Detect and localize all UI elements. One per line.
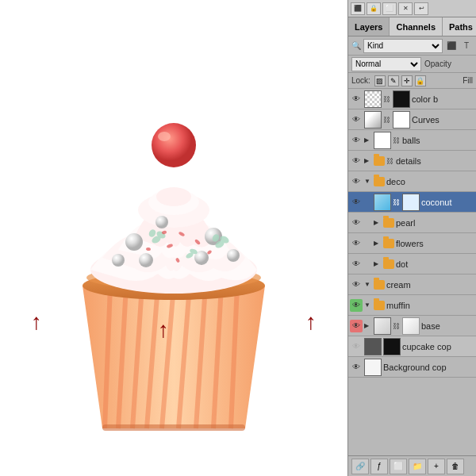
search-icon: 🔍	[351, 41, 361, 50]
svg-point-23	[112, 254, 125, 267]
layer-thumb	[383, 338, 401, 355]
link-layers-button[interactable]: 🔗	[351, 459, 369, 474]
layer-thumb	[374, 132, 391, 149]
toolbar-icon-5[interactable]: ↩	[414, 2, 428, 15]
eye-icon[interactable]: 👁	[350, 196, 363, 209]
svg-point-16	[158, 132, 171, 141]
fill-label: Fill	[463, 76, 473, 85]
layer-coconut[interactable]: 👁 ⛓ coconut	[348, 192, 476, 213]
layer-name: pearl	[396, 218, 474, 228]
eye-icon[interactable]: 👁	[350, 320, 363, 332]
expand-arrow: ▶	[374, 219, 382, 226]
lock-move[interactable]: ✛	[401, 75, 413, 86]
layer-curves[interactable]: 👁 ⛓ Curves	[348, 109, 476, 130]
eye-icon[interactable]: 👁	[350, 93, 363, 106]
svg-point-15	[152, 123, 196, 167]
layer-dot[interactable]: 👁 ▶ dot	[348, 254, 476, 274]
eye-icon[interactable]: 👁	[350, 175, 363, 188]
layer-cream[interactable]: 👁 ▼ cream	[348, 274, 476, 295]
layer-name: Curves	[412, 115, 474, 125]
lock-brush[interactable]: ✎	[388, 75, 399, 86]
folder-icon	[374, 156, 385, 166]
svg-point-19	[155, 216, 168, 228]
toolbar-icon-3[interactable]: ⬜	[382, 2, 397, 15]
layer-muffin[interactable]: 👁 ▼ muffin	[348, 295, 476, 316]
blend-row: Normal Multiply Screen Overlay Opacity	[348, 56, 476, 73]
arrow-center: ↑	[158, 317, 169, 343]
toolbar-icon-2[interactable]: 🔒	[367, 2, 381, 15]
eye-icon[interactable]: 👁	[350, 217, 363, 229]
layer-name: cream	[386, 280, 474, 290]
chain-icon: ⛓	[386, 157, 394, 165]
blend-mode-select[interactable]: Normal Multiply Screen Overlay	[351, 57, 421, 71]
layer-balls[interactable]: 👁 ▶ ⛓ balls	[348, 130, 476, 151]
panel-bottom-bar: 🔗 ƒ ⬜ 📁 + 🗑	[348, 455, 476, 476]
layer-background-cop[interactable]: 👁 Background cop	[348, 357, 476, 378]
layer-mask	[402, 317, 420, 335]
eye-icon[interactable]: 👁	[350, 134, 363, 147]
expand-arrow: ▶	[364, 157, 372, 164]
arrow-left: ↑	[31, 309, 42, 335]
svg-rect-39	[102, 424, 245, 431]
eye-icon[interactable]: 👁	[350, 237, 363, 250]
lock-checkerboard[interactable]: ▨	[374, 75, 386, 86]
layer-name: balls	[402, 136, 474, 145]
delete-layer-button[interactable]: 🗑	[447, 459, 464, 474]
chain-icon: ⛓	[393, 322, 401, 330]
kind-icon-1: ⬛	[445, 40, 458, 52]
opacity-label: Opacity	[424, 60, 451, 68]
folder-icon	[374, 301, 385, 310]
layer-base[interactable]: 👁 ▶ ⛓ base	[348, 316, 476, 336]
eye-icon[interactable]: 👁	[350, 340, 363, 353]
tab-channels[interactable]: Channels	[390, 17, 443, 36]
layer-mask	[393, 90, 410, 108]
add-style-button[interactable]: ƒ	[370, 459, 388, 474]
expand-arrow: ▼	[364, 301, 372, 309]
eye-icon[interactable]: 👁	[350, 278, 363, 291]
layer-icon-thumb	[364, 338, 382, 355]
layer-color-b[interactable]: 👁 ⛓ color b	[348, 89, 476, 109]
layer-flowers[interactable]: 👁 ▶ flowers	[348, 233, 476, 254]
layer-name: cupcake cop	[402, 342, 474, 351]
layer-deco[interactable]: 👁 ▼ deco	[348, 171, 476, 192]
folder-icon	[383, 239, 394, 248]
lock-row: Lock: ▨ ✎ ✛ 🔒 Fill	[348, 73, 476, 89]
new-group-button[interactable]: 📁	[409, 459, 426, 474]
layer-name: coconut	[421, 198, 474, 207]
folder-icon	[383, 259, 394, 269]
tab-paths[interactable]: Paths	[443, 17, 476, 36]
expand-arrow: ▶	[364, 322, 372, 329]
kind-select[interactable]: Kind	[363, 39, 443, 53]
toolbar-icon-4[interactable]: ✕	[398, 2, 413, 15]
layer-details[interactable]: 👁 ▶ ⛓ details	[348, 151, 476, 171]
tab-layers[interactable]: Layers	[348, 17, 390, 36]
kind-row: 🔍 Kind ⬛ T	[348, 36, 476, 56]
eye-icon[interactable]: 👁	[350, 258, 363, 271]
lock-label: Lock:	[351, 76, 370, 85]
svg-point-14	[156, 187, 191, 206]
svg-point-22	[227, 249, 240, 262]
cupcake-image: ↑ ↑ ↑	[23, 40, 324, 452]
layer-thumb	[364, 111, 382, 129]
eye-icon[interactable]: 👁	[350, 113, 363, 126]
eye-icon[interactable]: 👁	[350, 299, 363, 312]
layer-pearl[interactable]: 👁 ▶ pearl	[348, 213, 476, 233]
expand-arrow: ▼	[364, 281, 372, 288]
eye-icon[interactable]: 👁	[350, 361, 363, 374]
chain-icon: ⛓	[393, 136, 401, 144]
layer-name: color b	[412, 94, 474, 104]
chain-icon: ⛓	[383, 116, 391, 124]
expand-arrow: ▼	[364, 178, 372, 185]
toolbar-icon-1[interactable]: ⬛	[351, 2, 365, 15]
expand-arrow: ▶	[374, 260, 382, 267]
layer-name: flowers	[396, 239, 474, 248]
eye-icon[interactable]: 👁	[350, 155, 363, 167]
new-layer-button[interactable]: +	[428, 459, 445, 474]
layer-name: muffin	[386, 301, 474, 310]
chain-icon: ⛓	[383, 95, 391, 103]
lock-all[interactable]: 🔒	[415, 75, 426, 86]
svg-point-20	[139, 253, 153, 267]
add-mask-button[interactable]: ⬜	[390, 459, 407, 474]
layer-cupcake-cop[interactable]: 👁 cupcake cop	[348, 336, 476, 357]
layer-mask	[402, 194, 420, 211]
